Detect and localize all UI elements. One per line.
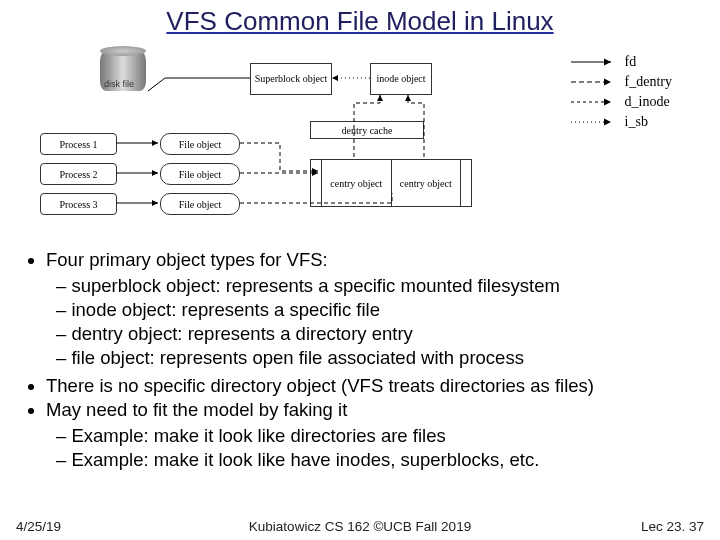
bullet-1a: superblock object: represents a specific… [56, 275, 702, 297]
legend-dinode: d_inode [569, 92, 672, 112]
dentry-cache-label: dentry cache [310, 121, 424, 139]
fileobj3-box: File object [160, 193, 240, 215]
bullet-3b: Example: make it look like have inodes, … [56, 449, 702, 471]
legend-fdentry: f_dentry [569, 72, 672, 92]
legend-isb: i_sb [569, 112, 672, 132]
inode-box: inode object [370, 63, 432, 95]
disk-file-graphic: disk file [100, 45, 146, 103]
footer-course: Kubiatowicz CS 162 ©UCB Fall 2019 [116, 519, 604, 534]
process2-box: Process 2 [40, 163, 117, 185]
legend-fdentry-label: f_dentry [625, 72, 672, 92]
centry2-box: centry object [392, 160, 462, 206]
legend: fd f_dentry d_inode i_sb [569, 52, 672, 132]
footer-page: Lec 23. 37 [604, 519, 704, 534]
bullet-1d: file object: represents open file associ… [56, 347, 702, 369]
cache-pad-right [461, 160, 471, 206]
bullet-1c: dentry object: represents a directory en… [56, 323, 702, 345]
bullet-2: There is no specific directory object (V… [46, 375, 702, 397]
superblock-box: Superblock object [250, 63, 332, 95]
legend-dinode-label: d_inode [625, 92, 670, 112]
legend-fd: fd [569, 52, 672, 72]
bullet-content: Four primary object types for VFS: super… [28, 249, 702, 471]
bullet-3a: Example: make it look like directories a… [56, 425, 702, 447]
cache-pad-left [311, 160, 322, 206]
slide-footer: 4/25/19 Kubiatowicz CS 162 ©UCB Fall 201… [0, 519, 720, 534]
fileobj2-box: File object [160, 163, 240, 185]
bullet-1b: inode object: represents a specific file [56, 299, 702, 321]
legend-fd-label: fd [625, 52, 637, 72]
bullet-3: May need to fit the model by faking it [46, 399, 702, 421]
footer-date: 4/25/19 [16, 519, 116, 534]
slide-title: VFS Common File Model in Linux [0, 0, 720, 37]
centry1-box: centry object [322, 160, 392, 206]
legend-isb-label: i_sb [625, 112, 648, 132]
process3-box: Process 3 [40, 193, 117, 215]
disk-file-label: disk file [104, 79, 134, 89]
process1-box: Process 1 [40, 133, 117, 155]
fileobj1-box: File object [160, 133, 240, 155]
bullet-1: Four primary object types for VFS: [46, 249, 702, 271]
dentry-cache-cells: centry object centry object [310, 159, 472, 207]
